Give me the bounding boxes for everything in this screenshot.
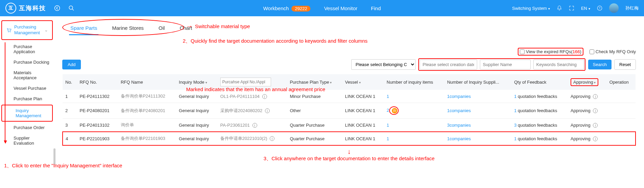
expired-rfq-checkbox[interactable] (520, 49, 525, 54)
col-num-suppliers: Number of Inquiry Suppli... (444, 74, 511, 90)
annotation-row: 3、Click anywhere on the target documenta… (264, 155, 435, 161)
logo-text: 互海科技 (19, 4, 46, 12)
filter-row: Add Please select Belonging C Search Res… (62, 58, 636, 71)
col-rfq-no: RFQ No. (77, 74, 118, 90)
header-nav: Workbench 29222 Vessel Monitor Find (263, 5, 381, 11)
search-button[interactable]: Search (588, 60, 612, 69)
sidebar-group-purchasing[interactable]: Purchasing Management ⌄ (1, 20, 53, 40)
header-right: Switching System EN ? 孙红梅 (512, 3, 639, 13)
info-icon[interactable]: i (270, 136, 274, 141)
expired-label: View the expired RFQs (526, 49, 571, 54)
reset-button[interactable]: Reset (614, 59, 636, 70)
col-approving[interactable]: Approving (568, 74, 607, 90)
sidebar-item[interactable]: Purchase Docking (0, 57, 54, 67)
col-qty-feedback: Qty of Feedback (511, 74, 568, 90)
col-vessel[interactable]: Vessel (342, 74, 384, 90)
table-row[interactable]: 3PE-P24013102询价单General InquiryPA-P23061… (63, 119, 636, 132)
info-icon[interactable]: i (593, 137, 598, 141)
annotation-filters: 2、Quickly find the target documentation … (183, 38, 368, 44)
sidebar-item[interactable]: Supplier Evaluation (0, 133, 54, 148)
sidebar-item[interactable]: Materials Acceptance (0, 67, 54, 83)
suppliers-link[interactable]: 3companies (447, 123, 471, 128)
logo[interactable]: 互 互海科技 (5, 3, 46, 14)
avatar[interactable] (609, 3, 619, 13)
annotation-sidebar: 1、Click to enter the "Inquiry Management… (4, 163, 122, 165)
nav-vessel-monitor[interactable]: Vessel Monitor (324, 5, 357, 11)
sidebar-item[interactable]: Vessel Purchase (0, 83, 54, 93)
my-rfq-only-wrap[interactable]: Check My RFQ Only (590, 49, 636, 54)
items-link[interactable]: 1 (387, 123, 389, 128)
arrow-right-icon: → (186, 22, 193, 30)
material-tabs: Spare PartsMarine StoresOilChart (62, 19, 194, 36)
rfq-options-row: View the expired RFQs(166) Check My RFQ … (62, 48, 636, 56)
nav-workbench-label: Workbench (263, 5, 289, 11)
switch-system[interactable]: Switching System (512, 6, 550, 11)
sidebar: Purchasing Management ⌄ Purchase Applica… (0, 16, 54, 165)
supplier-name-input[interactable] (480, 60, 531, 69)
lang-select[interactable]: EN (581, 6, 590, 11)
tab[interactable]: Marine Stores (111, 22, 145, 35)
user-name: 孙红梅 (625, 5, 639, 11)
table-row[interactable]: 2PE-P24080201备件询价单P24080201General Inqui… (63, 103, 636, 119)
approving-filter[interactable]: Approving (571, 78, 598, 86)
nav-find[interactable]: Find (371, 5, 381, 11)
sidebar-group-label: Purchasing Management (14, 24, 44, 36)
info-icon[interactable]: i (593, 108, 598, 113)
items-link[interactable]: 2 (387, 108, 389, 113)
app-header: 互 互海科技 Workbench 29222 Vessel Monitor Fi… (0, 0, 644, 16)
col-num-items: Number of inquiry items (384, 74, 445, 90)
expired-count: 166 (573, 49, 580, 54)
svg-point-6 (10, 32, 10, 33)
workbench-badge: 29222 (292, 6, 311, 12)
cart-icon (6, 27, 12, 33)
help-icon[interactable]: ? (597, 5, 602, 11)
svg-text:?: ? (599, 7, 601, 10)
svg-point-0 (55, 6, 60, 11)
expired-rfq-checkbox-wrap[interactable]: View the expired RFQs(166) (518, 48, 583, 56)
info-icon[interactable]: i (262, 94, 267, 99)
add-button[interactable]: Add (62, 60, 81, 69)
annotation-tabs: Switchable material type (195, 23, 250, 29)
sidebar-item[interactable]: Purchase Application (0, 41, 54, 57)
svg-point-5 (8, 32, 9, 33)
sidebar-item[interactable]: Inquiry Management (1, 105, 53, 122)
table-header-row: No. RFQ No. RFQ Name Inquiry Mode Purcha… (63, 74, 636, 90)
sidebar-item[interactable]: Purchase Plan (0, 93, 54, 104)
belonging-select[interactable]: Please select Belonging C (351, 59, 416, 70)
nav-workbench[interactable]: Workbench 29222 (263, 5, 311, 11)
tab[interactable]: Oil (157, 22, 166, 35)
keywords-input[interactable] (533, 60, 584, 69)
col-operation: Operation (607, 74, 636, 90)
arrow-down-icon: ↓ (62, 148, 636, 155)
info-icon[interactable]: i (593, 123, 598, 128)
suppliers-link[interactable]: 1companies (447, 94, 471, 99)
tab[interactable]: Spare Parts (69, 22, 98, 35)
suppliers-link[interactable]: 1companies (447, 136, 471, 141)
arrow-down-icon: ▼ (3, 139, 8, 145)
my-rfq-only-label: Check My RFQ Only (596, 49, 636, 54)
info-icon[interactable]: i (593, 94, 598, 99)
bell-icon[interactable] (557, 5, 562, 11)
back-icon[interactable] (54, 5, 60, 11)
svg-line-2 (72, 9, 74, 11)
main-content: Spare PartsMarine StoresOilChart → Switc… (54, 16, 644, 165)
info-icon[interactable]: i (265, 108, 270, 113)
logo-icon: 互 (5, 3, 16, 14)
fullscreen-icon[interactable] (569, 5, 574, 11)
annual-price-mark: 协 (389, 106, 399, 115)
table-row[interactable]: 1PE-P24111302备件询价单P24111302General Inqui… (63, 90, 636, 103)
annotation-marked: Marked indicates that the item has an an… (186, 86, 325, 92)
appl-filter-input[interactable] (220, 78, 271, 86)
info-icon[interactable]: i (252, 123, 257, 128)
my-rfq-only-checkbox[interactable] (590, 49, 594, 54)
col-no: No. (63, 74, 77, 90)
search-icon[interactable] (68, 5, 74, 11)
col-rfq-name: RFQ Name (118, 74, 176, 90)
table-row[interactable]: 4PE-P22101903备件询价单P22101903General Inqui… (63, 132, 636, 145)
items-link[interactable]: 1 (387, 136, 389, 141)
creation-date-input[interactable] (420, 60, 477, 69)
items-link[interactable]: 1 (387, 94, 389, 99)
suppliers-link[interactable]: 1companies (447, 108, 471, 113)
annotation-arrow-line (5, 42, 5, 141)
sidebar-item[interactable]: Purchase Order (0, 122, 54, 133)
